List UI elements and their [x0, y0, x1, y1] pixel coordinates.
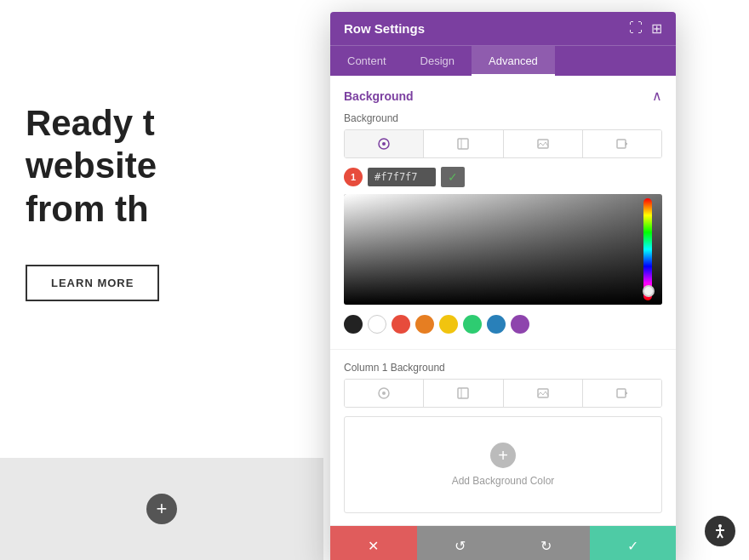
- swatch-red[interactable]: [392, 315, 410, 334]
- row-settings-panel: Row Settings ⛶ ⊞ Content Design Advanced…: [330, 12, 676, 560]
- cancel-button[interactable]: ✕: [330, 526, 417, 560]
- expand-icon[interactable]: ⛶: [629, 20, 643, 37]
- col-bg-tab-video[interactable]: [583, 380, 661, 407]
- panel-body: Background ∧ Background: [330, 76, 676, 525]
- svg-marker-13: [626, 391, 627, 395]
- tab-design[interactable]: Design: [403, 46, 472, 76]
- reset-button[interactable]: ↺: [417, 526, 504, 560]
- bg-tab-gradient[interactable]: [424, 130, 503, 157]
- background-label: Background: [344, 112, 662, 124]
- redo-button[interactable]: ↻: [503, 526, 590, 560]
- background-type-tabs: [344, 129, 662, 158]
- panel-header-icons: ⛶ ⊞: [629, 20, 662, 37]
- accessibility-icon[interactable]: [705, 516, 735, 546]
- color-hex-row: 1 ✓: [344, 167, 662, 187]
- col-bg-tab-image[interactable]: [504, 380, 583, 407]
- color-index-badge: 1: [344, 168, 363, 186]
- svg-marker-6: [626, 142, 627, 146]
- color-picker: 1 ✓: [344, 167, 662, 337]
- color-confirm-button[interactable]: ✓: [441, 167, 465, 187]
- svg-point-1: [382, 142, 386, 146]
- svg-rect-5: [617, 140, 626, 148]
- hue-thumb: [643, 285, 655, 297]
- hero-section: Ready t website from th LEARN MORE: [26, 102, 323, 301]
- color-gradient-box[interactable]: [344, 194, 662, 305]
- svg-rect-9: [458, 388, 468, 398]
- color-hex-input[interactable]: [368, 168, 436, 186]
- learn-more-button[interactable]: LEARN MORE: [26, 265, 159, 301]
- add-section-button[interactable]: +: [146, 494, 177, 524]
- background-section: Background ∧ Background: [330, 76, 676, 350]
- hue-slider-wrap: [642, 194, 654, 305]
- col-background-type-tabs: [344, 379, 662, 408]
- col-bg-tab-color[interactable]: [345, 380, 424, 407]
- col-background-section: Column 1 Background: [330, 350, 676, 525]
- hue-slider[interactable]: [643, 198, 652, 300]
- bottom-section: +: [0, 458, 323, 560]
- collapse-background-icon[interactable]: ∧: [652, 88, 662, 104]
- svg-point-14: [718, 524, 722, 528]
- svg-line-18: [720, 534, 723, 538]
- panel-footer: ✕ ↺ ↻ ✓: [330, 525, 676, 560]
- swatch-orange[interactable]: [415, 315, 434, 334]
- swatch-purple[interactable]: [511, 315, 529, 334]
- swatch-blue[interactable]: [487, 315, 506, 334]
- svg-rect-2: [458, 139, 468, 149]
- bg-tab-color[interactable]: [345, 130, 424, 157]
- svg-rect-12: [617, 389, 626, 397]
- swatch-black[interactable]: [344, 315, 363, 334]
- bg-tab-image[interactable]: [504, 130, 583, 157]
- add-background-plus-button[interactable]: +: [490, 443, 516, 468]
- swatch-green[interactable]: [463, 315, 482, 334]
- col-bg-tab-gradient[interactable]: [424, 380, 503, 407]
- layout-icon[interactable]: ⊞: [651, 20, 662, 37]
- hero-heading: Ready t website from th: [26, 102, 323, 231]
- panel-header: Row Settings ⛶ ⊞: [330, 12, 676, 45]
- svg-point-8: [382, 391, 386, 395]
- swatch-yellow[interactable]: [439, 315, 458, 334]
- save-button[interactable]: ✓: [590, 526, 677, 560]
- background-section-title: Background: [344, 89, 414, 103]
- add-background-color-label: Add Background Color: [452, 475, 555, 487]
- color-swatches: [344, 311, 662, 337]
- swatch-white[interactable]: [368, 315, 386, 334]
- col-background-label: Column 1 Background: [344, 362, 662, 374]
- tab-advanced[interactable]: Advanced: [472, 46, 555, 76]
- bg-tab-video[interactable]: [583, 130, 661, 157]
- panel-title: Row Settings: [344, 21, 425, 36]
- panel-tabs: Content Design Advanced: [330, 45, 676, 76]
- add-background-color-box: + Add Background Color: [344, 416, 662, 513]
- tab-content[interactable]: Content: [330, 46, 403, 76]
